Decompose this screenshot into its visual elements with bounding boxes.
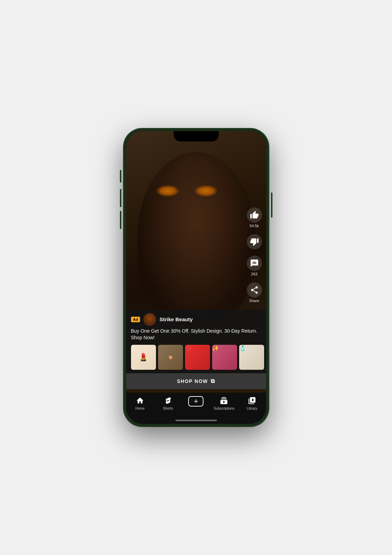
mute-button[interactable] <box>120 170 121 182</box>
comment-icon <box>247 256 262 271</box>
ad-description: Buy One Get One 30% Off. Stylish Design.… <box>126 328 266 345</box>
like-count: 54.5k <box>250 224 259 228</box>
home-icon <box>136 396 145 405</box>
eyeshadow-right <box>194 185 218 197</box>
external-link-icon: ⧉ <box>211 378 215 384</box>
product-thumb-2[interactable]: 🎨 <box>158 345 183 370</box>
shop-now-label: SHOP NOW <box>177 378 208 384</box>
product-thumb-4[interactable]: ✨ <box>212 345 237 370</box>
face-overlay <box>137 152 255 325</box>
subscriptions-icon <box>219 396 228 405</box>
product-thumbnails: 💄 🎨 💋 ✨ 🧴 ··· <box>126 345 266 373</box>
comment-count: 263 <box>251 272 257 276</box>
brand-name[interactable]: Strike Beauty <box>159 316 193 322</box>
product-thumb-1[interactable]: 💄 <box>131 345 156 370</box>
ad-panel: Ad Strike Beauty Buy One Get One 30% Off… <box>126 310 266 389</box>
nav-home-label: Home <box>136 407 145 410</box>
nav-shorts-label: Shorts <box>163 407 173 410</box>
like-button[interactable]: 54.5k <box>247 207 262 228</box>
volume-down-button[interactable] <box>120 211 121 229</box>
nav-library-label: Library <box>247 407 258 410</box>
brand-avatar[interactable] <box>143 313 156 326</box>
share-icon <box>247 282 262 298</box>
bottom-navigation: Home Shorts + <box>126 393 266 424</box>
app-screen: 54.5k 26 <box>126 131 266 424</box>
avatar-image <box>143 313 156 326</box>
nav-home[interactable]: Home <box>126 396 154 410</box>
ad-badge: Ad <box>131 317 140 322</box>
volume-up-button[interactable] <box>120 189 121 207</box>
thumbs-up-icon <box>247 207 262 223</box>
nav-create[interactable]: + <box>182 396 210 407</box>
eyeshadow-left <box>156 185 180 197</box>
product-thumb-5[interactable]: 🧴 <box>239 345 264 370</box>
shop-now-button[interactable]: SHOP NOW ⧉ <box>126 373 266 389</box>
action-buttons-panel: 54.5k 26 <box>247 207 262 303</box>
home-indicator <box>175 420 217 421</box>
power-button[interactable] <box>271 193 272 217</box>
nav-library[interactable]: Library <box>238 396 266 410</box>
thumbs-down-icon <box>247 234 262 249</box>
product-thumb-3[interactable]: 💋 <box>185 345 210 370</box>
shorts-icon <box>164 396 173 405</box>
comment-button[interactable]: 263 <box>247 256 262 276</box>
nav-subscriptions-label: Subscriptions <box>214 407 234 410</box>
share-label: Share <box>249 299 259 303</box>
nav-shorts[interactable]: Shorts <box>154 396 182 410</box>
dislike-button[interactable] <box>247 234 262 249</box>
share-button[interactable]: Share <box>247 282 262 303</box>
library-icon <box>247 396 256 405</box>
nav-subscriptions[interactable]: Subscriptions <box>210 396 238 410</box>
create-icon: + <box>188 396 203 407</box>
phone-frame: 54.5k 26 <box>123 128 269 427</box>
phone-screen: 54.5k 26 <box>126 131 266 424</box>
phone-notch <box>174 131 219 142</box>
ad-header: Ad Strike Beauty <box>126 310 266 328</box>
